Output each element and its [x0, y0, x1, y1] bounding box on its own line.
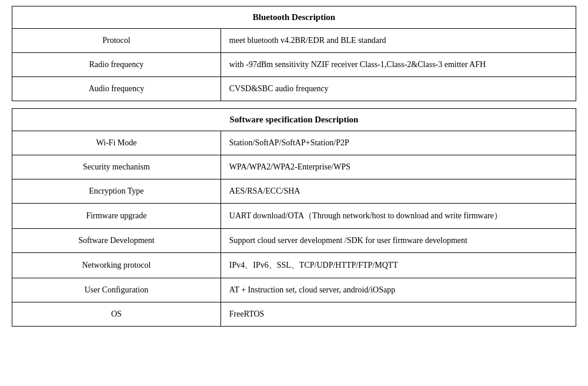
main-table: Bluetooth Description Protocol meet blue… — [12, 6, 576, 327]
bluetooth-header-row: Bluetooth Description — [12, 6, 576, 29]
table-row: OS FreeRTOS — [12, 302, 576, 327]
value-security-mechanism: WPA/WPA2/WPA2-Enterprise/WPS — [220, 155, 576, 179]
label-wifi-mode: Wi-Fi Mode — [12, 131, 221, 155]
software-header-row: Software specification Description — [12, 109, 576, 131]
label-encryption-type: Encryption Type — [12, 179, 221, 204]
label-user-configuration: User Configuration — [12, 278, 221, 302]
table-row: Protocol meet bluetooth v4.2BR/EDR and B… — [12, 29, 576, 53]
table-row: Software Development Support cloud serve… — [12, 229, 576, 253]
table-row: User Configuration AT + Instruction set,… — [12, 278, 576, 302]
table-row: Encryption Type AES/RSA/ECC/SHA — [12, 179, 576, 204]
label-security-mechanism: Security mechanism — [12, 155, 221, 179]
software-header: Software specification Description — [12, 109, 576, 131]
label-os: OS — [12, 302, 221, 327]
table-row: Wi-Fi Mode Station/SoftAP/SoftAP+Station… — [12, 131, 576, 155]
value-audio-frequency: CVSD&SBC audio frequency — [220, 77, 576, 101]
table-row: Firmware upgrade UART download/OTA（Throu… — [12, 204, 576, 229]
table-row: Audio frequency CVSD&SBC audio frequency — [12, 77, 576, 101]
section-spacer — [12, 101, 576, 108]
label-networking-protocol: Networking protocol — [12, 253, 221, 278]
label-audio-frequency: Audio frequency — [12, 77, 221, 101]
value-software-development: Support cloud server development /SDK fo… — [220, 229, 576, 253]
label-protocol: Protocol — [12, 29, 221, 53]
label-firmware-upgrade: Firmware upgrade — [12, 204, 221, 229]
label-radio-frequency: Radio frequency — [12, 53, 221, 77]
value-firmware-upgrade: UART download/OTA（Through network/host t… — [220, 204, 576, 229]
value-networking-protocol: IPv4、IPv6、SSL、TCP/UDP/HTTP/FTP/MQTT — [220, 253, 576, 278]
value-wifi-mode: Station/SoftAP/SoftAP+Station/P2P — [220, 131, 576, 155]
table-row: Radio frequency with -97dBm sensitivity … — [12, 53, 576, 77]
value-user-configuration: AT + Instruction set, cloud server, andr… — [220, 278, 576, 302]
value-protocol: meet bluetooth v4.2BR/EDR and BLE standa… — [220, 29, 576, 53]
bluetooth-header: Bluetooth Description — [12, 6, 576, 29]
label-software-development: Software Development — [12, 229, 221, 253]
value-os: FreeRTOS — [220, 302, 576, 327]
table-row: Security mechanism WPA/WPA2/WPA2-Enterpr… — [12, 155, 576, 179]
table-row: Networking protocol IPv4、IPv6、SSL、TCP/UD… — [12, 253, 576, 278]
value-radio-frequency: with -97dBm sensitivity NZIF receiver Cl… — [220, 53, 576, 77]
value-encryption-type: AES/RSA/ECC/SHA — [220, 179, 576, 204]
